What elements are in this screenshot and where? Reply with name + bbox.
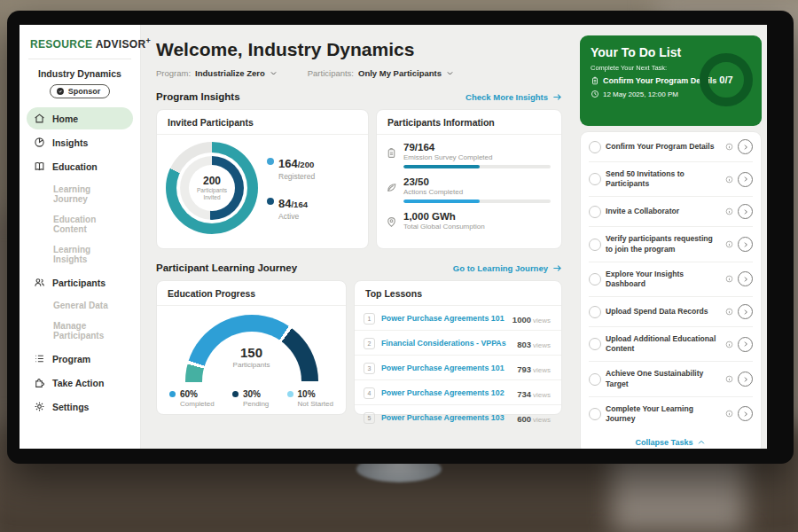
task-checkbox[interactable] [589,408,601,420]
lesson-views: 600 [517,414,531,424]
section-title-learning-journey: Participant Learning Journey [156,262,297,273]
task-chevron-button[interactable] [738,204,753,219]
sponsor-label: Sponsor [68,87,101,96]
sidebar-divider [28,59,131,59]
gauge-center-label: Participants [185,361,318,369]
info-icon[interactable] [725,410,733,418]
legend-label: Pending [243,400,269,408]
chevron-up-icon [697,438,706,447]
learning-journey-header: Participant Learning Journey Go to Learn… [156,262,562,273]
task-checkbox[interactable] [589,239,601,251]
sidebar-item-label: Participants [52,278,106,288]
info-label: Emission Survey Completed [403,153,551,161]
donut-center: 200 Participants Invited [189,165,235,211]
views-suffix: views [533,341,551,349]
go-to-learning-journey-label: Go to Learning Journey [453,263,548,273]
card-title: Top Lessons [355,281,561,306]
task-chevron-button[interactable] [738,237,753,252]
task-chevron-button[interactable] [738,406,753,421]
info-icon[interactable] [725,143,733,151]
education-gauge-chart: 150 Participants [185,315,318,382]
sidebar-item-education[interactable]: Education [27,155,133,177]
legend-active: 84/164 Active [267,195,315,221]
task-checkbox[interactable] [589,338,601,350]
collapse-tasks-label: Collapse Tasks [636,438,693,447]
task-row: Complete Your Learning Journey [589,397,753,431]
brand-secondary: ADVISOR [96,38,146,51]
sidebar-item-home[interactable]: Home [27,107,133,129]
gauge-legend: 60% Completed 30% Pending 10% [157,382,346,408]
info-icon[interactable] [725,375,733,383]
todo-due-label: 12 May 2025, 12:00 PM [603,90,678,98]
task-row: Upload Additional Educational Content [589,327,753,362]
collapse-tasks-link[interactable]: Collapse Tasks [589,431,753,449]
task-checkbox[interactable] [589,373,601,386]
leaf-icon [386,182,397,193]
task-chevron-button[interactable] [738,172,753,187]
donut-center-label: Participants Invited [193,187,231,202]
lesson-views: 793 [517,364,531,374]
chevron-right-icon [742,309,749,316]
task-chevron-button[interactable] [738,139,753,154]
list-icon [34,353,45,364]
task-checkbox[interactable] [589,141,601,153]
lesson-row: 1 Power Purchase Agreements 101 1000view… [355,306,561,331]
check-more-insights-link[interactable]: Check More Insights [466,92,562,102]
info-icon[interactable] [725,240,733,248]
info-icon[interactable] [725,207,733,215]
section-title-program-insights: Program Insights [156,91,240,102]
org-name: Industry Dynamics [20,68,140,79]
sidebar-item-label: Program [52,354,90,364]
task-list-card: Confirm Your Program Details Send 50 Inv… [580,131,762,449]
sidebar-item-education-content[interactable]: Education Content [27,209,133,239]
card-title: Participants Information [377,110,561,135]
sidebar-item-insights[interactable]: Insights [27,131,133,153]
lesson-title-link[interactable]: Power Purchase Agreements 103 [381,413,511,422]
chevron-right-icon [742,376,749,383]
info-icon[interactable] [725,275,733,283]
chevron-right-icon [742,411,749,418]
legend-denominator: /200 [298,160,315,169]
legend-label: Active [278,212,315,221]
sidebar-item-learning-journey[interactable]: Learning Journey [27,179,133,209]
go-to-learning-journey-link[interactable]: Go to Learning Journey [453,263,562,273]
pin-icon [386,216,397,228]
sidebar-item-learning-insights[interactable]: Learning Insights [27,239,133,270]
lesson-title-link[interactable]: Financial Considerations - VPPAs [381,339,511,348]
task-chevron-button[interactable] [738,372,753,387]
chevron-down-icon [446,69,454,77]
lesson-views: 734 [517,389,531,399]
task-chevron-button[interactable] [738,337,753,352]
lesson-row: 2 Financial Considerations - VPPAs 803vi… [355,331,561,356]
sidebar-item-settings[interactable]: Settings [27,395,133,418]
info-icon[interactable] [725,308,733,316]
info-row-global-consumption: 1,000 GWh Total Global Consumption [386,211,551,234]
lesson-title-link[interactable]: Power Purchase Agreements 102 [381,388,511,397]
participants-filter-dropdown[interactable]: Participants: Only My Participants [308,68,454,78]
sidebar-item-manage-participants[interactable]: Manage Participants [27,316,133,346]
task-checkbox[interactable] [589,206,601,218]
brand-primary: RESOURCE [30,38,92,51]
lesson-title-link[interactable]: Power Purchase Agreements 101 [381,364,511,372]
progress-fill [403,200,480,203]
sidebar-item-take-action[interactable]: Take Action [27,372,133,394]
lesson-title-link[interactable]: Power Purchase Agreements 101 [381,314,506,323]
legend-dot-not-started [287,391,293,397]
sidebar-item-general-data[interactable]: General Data [27,295,133,316]
task-chevron-button[interactable] [738,304,753,319]
sidebar-item-program[interactable]: Program [27,348,133,370]
sidebar-item-label: Education [52,161,98,172]
info-icon[interactable] [725,340,733,348]
sidebar-item-participants[interactable]: Participants [27,271,133,293]
legend-registered: 164/200 Registered [267,155,315,181]
task-label: Explore Your Insights Dashboard [606,270,721,289]
program-filter-dropdown[interactable]: Program: Industrialize Zero [156,68,278,78]
task-chevron-button[interactable] [738,271,753,286]
chevron-right-icon [742,276,749,283]
progress-bar [403,200,551,203]
task-checkbox[interactable] [589,173,601,185]
info-icon[interactable] [725,176,733,184]
task-checkbox[interactable] [589,273,601,286]
lesson-rank: 1 [364,313,375,325]
task-checkbox[interactable] [589,306,601,318]
